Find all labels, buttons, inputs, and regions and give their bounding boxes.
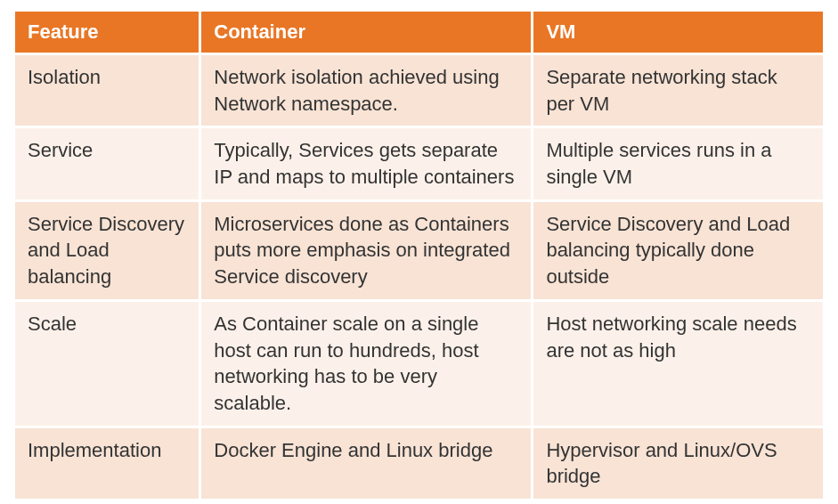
cell-feature: Service Discovery and Load balancing xyxy=(14,200,200,300)
cell-vm: Service Discovery and Load balancing typ… xyxy=(533,200,825,300)
col-header-container: Container xyxy=(200,11,533,54)
comparison-table-wrapper: Feature Container VM Isolation Network i… xyxy=(0,0,838,504)
col-header-feature: Feature xyxy=(14,11,200,54)
cell-feature: Scale xyxy=(14,300,200,427)
cell-container: Network isolation achieved using Network… xyxy=(200,54,533,127)
cell-container: As Container scale on a single host can … xyxy=(200,300,533,427)
cell-container: Microservices done as Containers puts mo… xyxy=(200,200,533,300)
table-header-row: Feature Container VM xyxy=(14,11,825,54)
cell-feature: Implementation xyxy=(14,427,200,500)
table-row: Scale As Container scale on a single hos… xyxy=(14,300,825,427)
cell-container: Docker Engine and Linux bridge xyxy=(200,427,533,500)
cell-container: Typically, Services gets separate IP and… xyxy=(200,127,533,200)
table-row: Isolation Network isolation achieved usi… xyxy=(14,54,825,127)
cell-vm: Multiple services runs in a single VM xyxy=(533,127,825,200)
comparison-table: Feature Container VM Isolation Network i… xyxy=(12,9,826,501)
cell-vm: Hypervisor and Linux/OVS bridge xyxy=(533,427,825,500)
col-header-vm: VM xyxy=(533,11,825,54)
cell-vm: Separate networking stack per VM xyxy=(533,54,825,127)
table-row: Implementation Docker Engine and Linux b… xyxy=(14,427,825,500)
cell-vm: Host networking scale needs are not as h… xyxy=(533,300,825,427)
table-row: Service Typically, Services gets separat… xyxy=(14,127,825,200)
table-row: Service Discovery and Load balancing Mic… xyxy=(14,200,825,300)
cell-feature: Isolation xyxy=(14,54,200,127)
cell-feature: Service xyxy=(14,127,200,200)
